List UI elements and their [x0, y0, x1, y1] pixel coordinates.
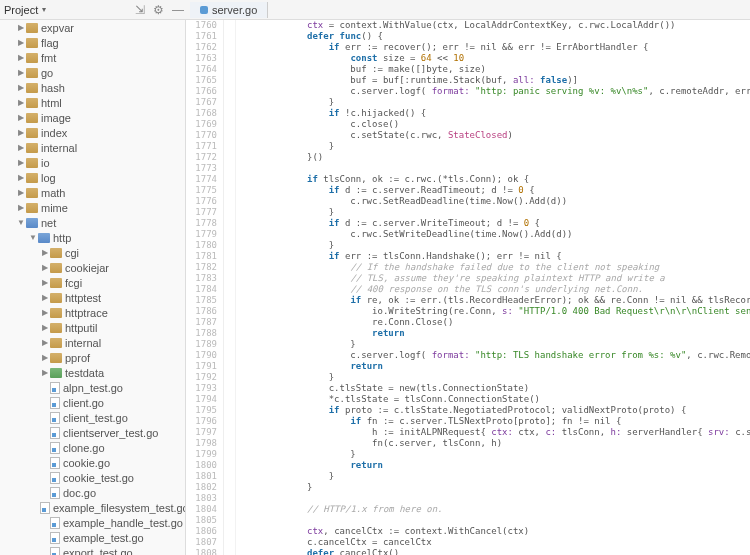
tree-twisty-icon[interactable]: ▶ [40, 353, 50, 362]
breakpoint-slot[interactable] [224, 416, 235, 427]
breakpoint-slot[interactable] [224, 108, 235, 119]
tree-folder[interactable]: ▶fmt [0, 50, 185, 65]
tree-folder[interactable]: ▶go [0, 65, 185, 80]
breakpoint-slot[interactable] [224, 482, 235, 493]
tree-twisty-icon[interactable]: ▶ [16, 143, 26, 152]
collapse-icon[interactable]: ⇲ [135, 3, 145, 17]
breakpoint-slot[interactable] [224, 75, 235, 86]
breakpoint-slot[interactable] [224, 504, 235, 515]
code-line[interactable]: c.server.logf( format: "http: panic serv… [242, 86, 750, 97]
tree-twisty-icon[interactable]: ▶ [16, 128, 26, 137]
breakpoint-slot[interactable] [224, 339, 235, 350]
code-line[interactable]: if err := tlsConn.Handshake(); err != ni… [242, 251, 750, 262]
tree-folder[interactable]: ▶httptrace [0, 305, 185, 320]
tree-folder[interactable]: ▶httputil [0, 320, 185, 335]
tree-twisty-icon[interactable]: ▶ [16, 188, 26, 197]
tree-folder[interactable]: ▶httptest [0, 290, 185, 305]
project-dropdown-label[interactable]: Project [4, 4, 38, 16]
code-line[interactable]: if proto := c.tlsState.NegotiatedProtoco… [242, 405, 750, 416]
code-line[interactable] [242, 515, 750, 526]
code-line[interactable]: }() [242, 152, 750, 163]
breakpoint-slot[interactable] [224, 284, 235, 295]
tree-folder[interactable]: ▶mime [0, 200, 185, 215]
code-line[interactable]: } [242, 97, 750, 108]
code-line[interactable]: return [242, 460, 750, 471]
breakpoint-slot[interactable] [224, 350, 235, 361]
tree-folder[interactable]: ▶math [0, 185, 185, 200]
code-line[interactable]: buf = buf[:runtime.Stack(buf, all: false… [242, 75, 750, 86]
tree-folder[interactable]: ▶image [0, 110, 185, 125]
code-line[interactable]: defer cancelCtx() [242, 548, 750, 555]
code-line[interactable]: c.setState(c.rwc, StateClosed) [242, 130, 750, 141]
code-area[interactable]: ctx = context.WithValue(ctx, LocalAddrCo… [236, 20, 750, 555]
breakpoint-slot[interactable] [224, 471, 235, 482]
breakpoint-slot[interactable] [224, 185, 235, 196]
breakpoint-slot[interactable] [224, 449, 235, 460]
tree-twisty-icon[interactable]: ▶ [40, 368, 50, 377]
breakpoint-slot[interactable] [224, 383, 235, 394]
code-line[interactable]: c.close() [242, 119, 750, 130]
breakpoint-slot[interactable] [224, 229, 235, 240]
tree-file[interactable]: clientserver_test.go [0, 425, 185, 440]
tree-folder[interactable]: ▶hash [0, 80, 185, 95]
tree-twisty-icon[interactable]: ▶ [16, 113, 26, 122]
tree-twisty-icon[interactable]: ▶ [16, 38, 26, 47]
breakpoint-slot[interactable] [224, 361, 235, 372]
tree-file[interactable]: client_test.go [0, 410, 185, 425]
tree-twisty-icon[interactable]: ▼ [16, 218, 26, 227]
tree-twisty-icon[interactable]: ▶ [40, 263, 50, 272]
tree-file[interactable]: example_filesystem_test.go [0, 500, 185, 515]
tree-folder[interactable]: ▶expvar [0, 20, 185, 35]
breakpoint-slot[interactable] [224, 130, 235, 141]
tree-file[interactable]: client.go [0, 395, 185, 410]
breakpoint-slot[interactable] [224, 328, 235, 339]
tree-folder[interactable]: ▶fcgi [0, 275, 185, 290]
tree-folder[interactable]: ▼http [0, 230, 185, 245]
breakpoint-slot[interactable] [224, 174, 235, 185]
breakpoint-slot[interactable] [224, 493, 235, 504]
breakpoint-slot[interactable] [224, 295, 235, 306]
tree-folder[interactable]: ▶internal [0, 335, 185, 350]
tree-twisty-icon[interactable]: ▶ [40, 338, 50, 347]
code-line[interactable]: } [242, 207, 750, 218]
minimize-icon[interactable]: — [172, 3, 184, 17]
breakpoint-slot[interactable] [224, 438, 235, 449]
code-line[interactable]: // If the handshake failed due to the cl… [242, 262, 750, 273]
gear-icon[interactable]: ⚙ [153, 3, 164, 17]
tree-folder[interactable]: ▼net [0, 215, 185, 230]
breakpoint-gutter[interactable] [224, 20, 236, 555]
tree-file[interactable]: alpn_test.go [0, 380, 185, 395]
code-line[interactable]: // HTTP/1.x from here on. [242, 504, 750, 515]
tree-folder[interactable]: ▶cgi [0, 245, 185, 260]
breakpoint-slot[interactable] [224, 64, 235, 75]
tree-folder[interactable]: ▶testdata [0, 365, 185, 380]
tree-folder[interactable]: ▶cookiejar [0, 260, 185, 275]
tree-twisty-icon[interactable]: ▼ [28, 233, 38, 242]
tree-twisty-icon[interactable]: ▶ [16, 23, 26, 32]
tree-twisty-icon[interactable]: ▶ [16, 173, 26, 182]
code-line[interactable]: c.rwc.SetReadDeadline(time.Now().Add(d)) [242, 196, 750, 207]
tree-folder[interactable]: ▶html [0, 95, 185, 110]
code-line[interactable]: ctx = context.WithValue(ctx, LocalAddrCo… [242, 20, 750, 31]
breakpoint-slot[interactable] [224, 306, 235, 317]
tree-twisty-icon[interactable]: ▶ [40, 278, 50, 287]
code-line[interactable]: } [242, 449, 750, 460]
code-line[interactable] [242, 163, 750, 174]
breakpoint-slot[interactable] [224, 273, 235, 284]
code-line[interactable]: io.WriteString(re.Conn, s: "HTTP/1.0 400… [242, 306, 750, 317]
tree-file[interactable]: cookie.go [0, 455, 185, 470]
tree-twisty-icon[interactable]: ▶ [40, 308, 50, 317]
tree-file[interactable]: example_test.go [0, 530, 185, 545]
breakpoint-slot[interactable] [224, 207, 235, 218]
code-line[interactable]: // TLS, assume they're speaking plaintex… [242, 273, 750, 284]
project-tree[interactable]: ▶expvar▶flag▶fmt▶go▶hash▶html▶image▶inde… [0, 20, 186, 555]
code-line[interactable]: h := initALPNRequest{ ctx: ctx, c: tlsCo… [242, 427, 750, 438]
code-line[interactable]: return [242, 361, 750, 372]
breakpoint-slot[interactable] [224, 86, 235, 97]
breakpoint-slot[interactable] [224, 31, 235, 42]
breakpoint-slot[interactable] [224, 515, 235, 526]
tree-folder[interactable]: ▶pprof [0, 350, 185, 365]
breakpoint-slot[interactable] [224, 537, 235, 548]
tree-folder[interactable]: ▶log [0, 170, 185, 185]
code-line[interactable]: if !c.hijacked() { [242, 108, 750, 119]
